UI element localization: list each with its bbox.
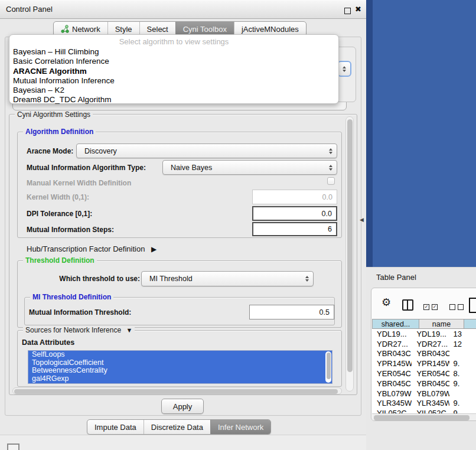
table-cell: 12 <box>449 340 476 348</box>
column-header-name[interactable]: name <box>419 319 464 329</box>
tab-label: Select <box>147 25 168 34</box>
settings-vertical-scrollbar[interactable] <box>345 116 354 392</box>
data-attributes-list[interactable]: SelfLoopsTopologicalCoefficientBetweenne… <box>28 350 332 384</box>
tab-discretize-data[interactable]: Discretize Data <box>144 420 210 434</box>
mi-steps-label: Mutual Information Steps: <box>27 226 114 234</box>
table-row[interactable]: YBR045CYBR045C9. <box>372 379 476 389</box>
apply-button[interactable]: Apply <box>161 399 204 414</box>
attributes-scrollbar[interactable] <box>325 351 331 383</box>
close-icon[interactable]: ✖ <box>355 5 361 14</box>
panel-title: Control Panel <box>6 1 53 18</box>
table-horizontal-scrollbar[interactable] <box>372 413 476 421</box>
mi-threshold-label: Mutual Information Threshold: <box>29 308 131 317</box>
hub-definition-expander[interactable]: Hub/Transcription Factor Definition ▶ <box>27 244 157 253</box>
stepper-down-icon <box>343 70 346 72</box>
which-threshold-label: Which threshold to use: <box>27 275 140 283</box>
dropdown-placeholder: Select algorithm to view settings <box>9 35 338 47</box>
table-cell: YBL079W <box>412 389 449 398</box>
algorithm-option-mutual-information-inference[interactable]: Mutual Information Inference <box>9 76 338 86</box>
settings-horizontal-scrollbar[interactable] <box>12 387 342 394</box>
tab-infer-network[interactable]: Infer Network <box>210 420 270 434</box>
table-cell: YDR27... <box>412 340 449 348</box>
table-row[interactable]: YER054CYER054C8. <box>372 369 476 379</box>
network-icon <box>61 25 69 33</box>
table-cell: YLR345W <box>372 399 412 407</box>
column-header-shared[interactable]: shared... <box>372 319 419 329</box>
collapse-down-icon: ▼ <box>126 327 132 334</box>
table-cell: YBR045C <box>412 379 449 388</box>
table-cell: YER054C <box>372 369 412 378</box>
gear-icon[interactable]: ⚙ <box>382 296 391 309</box>
dropdown-item-list: Bayesian – Hill ClimbingBasic Correlatio… <box>9 47 338 105</box>
node-table-card: ⚙ ✓ ✓ shared...name YDL19...YDL19...13YD… <box>371 288 476 421</box>
stepper-up-icon <box>343 66 346 69</box>
threshold-definition-title: Threshold Definition <box>23 256 97 265</box>
algorithm-option-aracne-algorithm[interactable]: ARACNE Algorithm <box>9 67 338 76</box>
inference-algorithm-combo-stepper[interactable] <box>337 61 351 77</box>
table-header-row: shared...name <box>372 319 476 329</box>
table-cell: YDL19... <box>412 330 449 338</box>
table-row[interactable]: YLR345WYLR345W9. <box>372 399 476 409</box>
table-row[interactable]: YDR27...YDR27...12 <box>372 339 476 349</box>
kernel-width-label: Kernel Width (0,1): <box>27 193 89 201</box>
which-threshold-value: MI Threshold <box>149 275 193 283</box>
control-panel-window: Control Panel ✖ NetworkStyleSelectCyni T… <box>0 0 367 435</box>
column-layout-icon[interactable] <box>402 299 413 311</box>
table-cell: YDL19... <box>372 330 412 338</box>
attribute-item-selfloops[interactable]: SelfLoops <box>28 351 332 359</box>
attribute-item-gal4rgexp[interactable]: gal4RGexp <box>28 375 332 383</box>
table-cell: YIL052C <box>372 409 412 413</box>
desktop-background: GALGAL80GAL10GAL1GAL11SWI4GAL4GCY1HAP4YH… <box>366 0 476 267</box>
table-cell: YPR145W <box>372 359 412 368</box>
algorithm-option-basic-correlation-inference[interactable]: Basic Correlation Inference <box>9 57 338 66</box>
tab-label: Style <box>115 25 132 34</box>
column-header-hidden[interactable] <box>464 319 476 329</box>
which-threshold-combobox[interactable]: MI Threshold <box>141 271 314 286</box>
table-cell: YPR145W <box>412 359 449 368</box>
data-attributes-label: Data Attributes <box>22 338 74 347</box>
checked-checkbox-icon[interactable]: ✓ <box>432 304 438 310</box>
table-cell: YIL052C <box>412 409 449 413</box>
table-row[interactable]: YBL079WYBL079W <box>372 389 476 399</box>
table-body: YDL19...YDL19...13YDR27...YDR27...12YBR0… <box>372 329 476 413</box>
manual-kernel-checkbox[interactable] <box>327 177 335 185</box>
cyni-toolbox-content: galFiltered.sif default node Select algo… <box>5 37 361 416</box>
mi-threshold-definition-title: MI Threshold Definition <box>30 293 113 301</box>
kernel-width-field[interactable]: 0.0 <box>252 190 337 204</box>
table-row[interactable]: YDL19...YDL19...13 <box>372 329 476 339</box>
algorithm-option-bayesian-k2[interactable]: Bayesian – K2 <box>9 86 338 95</box>
dpi-tolerance-field[interactable]: 0.0 <box>252 206 337 221</box>
mi-threshold-field[interactable]: 0.5 <box>249 305 334 319</box>
checked-checkbox-icon[interactable]: ✓ <box>423 304 429 310</box>
bottom-tab-bar: Impute DataDiscretize DataInfer Network <box>87 419 271 435</box>
mi-algorithm-type-combobox[interactable]: Naive Bayes <box>162 160 337 175</box>
dpi-tolerance-value: 0.0 <box>322 210 332 218</box>
panel-collapse-arrow[interactable]: ◀ <box>360 217 364 223</box>
aracne-mode-value: Discovery <box>84 147 117 155</box>
table-row[interactable]: YIL052CYIL052C9 <box>372 408 476 413</box>
expand-right-icon: ▶ <box>151 245 157 253</box>
sources-group-title[interactable]: Sources for Network Inference ▼ <box>23 326 135 334</box>
document-icon[interactable] <box>469 298 476 313</box>
table-cell: YLR345W <box>412 399 449 407</box>
tab-impute-data[interactable]: Impute Data <box>87 420 144 434</box>
attribute-item-topologicalcoefficient[interactable]: TopologicalCoefficient <box>28 359 332 367</box>
table-cell: YBR043C <box>372 349 412 358</box>
algorithm-option-bayesian-hill-climbing[interactable]: Bayesian – Hill Climbing <box>9 47 338 57</box>
float-window-icon[interactable] <box>344 8 351 14</box>
unchecked-checkbox-icon[interactable] <box>449 304 455 310</box>
aracne-mode-combobox[interactable]: Discovery <box>76 144 337 158</box>
mi-steps-field[interactable]: 6 <box>252 222 337 236</box>
docked-panel-icon[interactable] <box>7 444 19 450</box>
kernel-width-value: 0.0 <box>322 193 332 201</box>
unchecked-checkbox-icon[interactable] <box>458 304 464 310</box>
combo-stepper-icon <box>329 148 332 154</box>
algorithm-option-dream8-dc-tdc-algorithm[interactable]: Dream8 DC_TDC Algorithm <box>9 95 338 105</box>
table-row[interactable]: YPR145WYPR145W9. <box>372 358 476 369</box>
screen: Control Panel ✖ NetworkStyleSelectCyni T… <box>0 0 476 450</box>
dpi-tolerance-label: DPI Tolerance [0,1]: <box>27 210 92 218</box>
table-row[interactable]: YBR043CYBR043C <box>372 349 476 359</box>
table-cell: 9. <box>449 399 476 407</box>
algorithm-definition-title: Algorithm Definition <box>23 128 96 136</box>
attribute-item-betweennesscentrality[interactable]: BetweennessCentrality <box>28 367 332 375</box>
